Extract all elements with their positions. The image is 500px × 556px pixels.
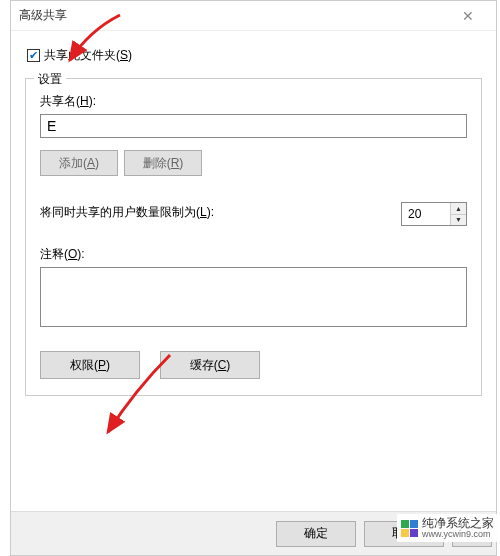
add-button[interactable]: 添加(A)	[40, 150, 118, 176]
share-name-input[interactable]	[40, 114, 467, 138]
cache-button[interactable]: 缓存(C)	[160, 351, 260, 379]
share-name-label: 共享名(H):	[40, 93, 467, 110]
watermark-logo-icon	[401, 520, 418, 537]
settings-group: 设置 共享名(H): 添加(A) 删除(R) 将同时共享的用户数量限制为(L):…	[25, 78, 482, 396]
titlebar: 高级共享 ✕	[11, 1, 496, 31]
advanced-sharing-dialog: 高级共享 ✕ ✔ 共享此文件夹(S) 设置 共享名(H): 添加(A)	[10, 0, 497, 556]
checkmark-icon: ✔	[29, 50, 38, 61]
comment-textarea[interactable]	[40, 267, 467, 327]
user-limit-label: 将同时共享的用户数量限制为(L):	[40, 204, 401, 221]
spinner-arrows: ▲ ▼	[450, 203, 466, 225]
settings-group-title: 设置	[34, 71, 66, 88]
user-limit-row: 将同时共享的用户数量限制为(L): 20 ▲ ▼	[40, 202, 467, 226]
add-remove-row: 添加(A) 删除(R)	[40, 150, 467, 176]
user-limit-spinner[interactable]: 20 ▲ ▼	[401, 202, 467, 226]
watermark-text: 纯净系统之家 www.ycwin9.com	[422, 517, 494, 539]
close-icon: ✕	[462, 8, 474, 24]
perm-cache-row: 权限(P) 缓存(C)	[40, 351, 467, 379]
close-button[interactable]: ✕	[448, 2, 488, 30]
spinner-up-icon[interactable]: ▲	[451, 203, 466, 215]
spinner-down-icon[interactable]: ▼	[451, 215, 466, 226]
share-folder-checkbox-row[interactable]: ✔ 共享此文件夹(S)	[27, 47, 484, 64]
window-title: 高级共享	[19, 7, 448, 24]
comment-label: 注释(O):	[40, 246, 467, 263]
user-limit-value[interactable]: 20	[402, 203, 450, 225]
dialog-body: ✔ 共享此文件夹(S) 设置 共享名(H): 添加(A) 删除(R)	[11, 31, 496, 408]
watermark: 纯净系统之家 www.ycwin9.com	[397, 514, 500, 542]
permissions-button[interactable]: 权限(P)	[40, 351, 140, 379]
remove-button[interactable]: 删除(R)	[124, 150, 202, 176]
share-folder-label: 共享此文件夹(S)	[44, 47, 132, 64]
share-folder-checkbox[interactable]: ✔	[27, 49, 40, 62]
ok-button[interactable]: 确定	[276, 521, 356, 547]
